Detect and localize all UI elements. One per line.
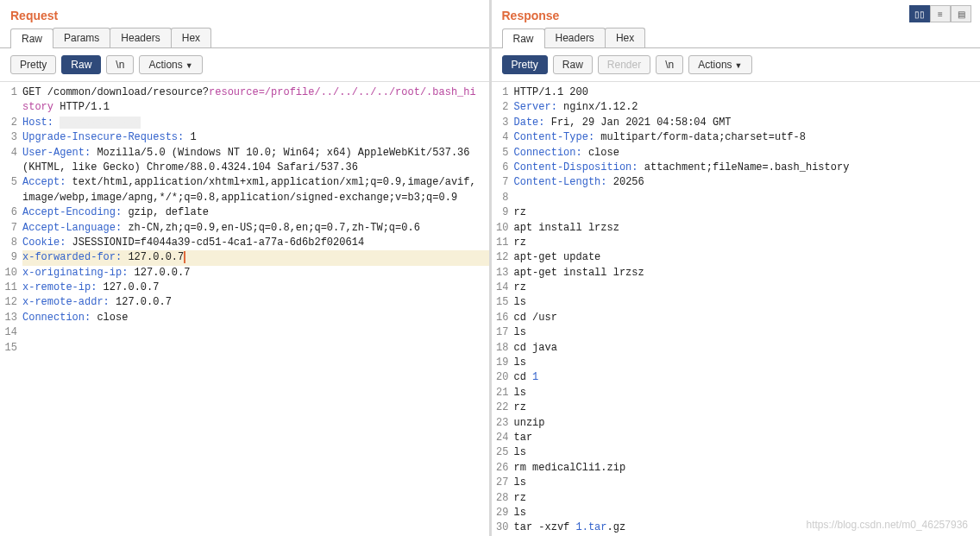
code-line[interactable]: 7Accept-Language: zh-CN,zh;q=0.9,en-US;q… bbox=[0, 221, 489, 236]
newline-button[interactable]: \n bbox=[656, 55, 683, 74]
code-line[interactable]: 5Connection: close bbox=[492, 146, 981, 161]
line-text[interactable]: apt-get update bbox=[514, 250, 981, 265]
code-line[interactable]: 26rm medicalCli1.zip bbox=[492, 461, 981, 476]
line-text[interactable]: GET /common/download/resource?resource=/… bbox=[22, 85, 489, 116]
code-line[interactable]: 9x-forwarded-for: 127.0.0.7 bbox=[0, 250, 489, 265]
line-text[interactable]: Cookie: JSESSIONID=f4044a39-cd51-4ca1-a7… bbox=[22, 236, 489, 250]
line-text[interactable]: ls bbox=[514, 476, 981, 490]
line-text[interactable]: ls bbox=[514, 506, 981, 520]
code-line[interactable]: 24tar bbox=[492, 431, 981, 445]
tab-headers[interactable]: Headers bbox=[110, 28, 171, 47]
code-line[interactable]: 16cd /usr bbox=[492, 311, 981, 325]
actions-button[interactable]: Actions▼ bbox=[139, 55, 202, 74]
code-line[interactable]: 22rz bbox=[492, 400, 981, 415]
code-line[interactable]: 10x-originating-ip: 127.0.0.7 bbox=[0, 266, 489, 281]
code-line[interactable]: 11x-remote-ip: 127.0.0.7 bbox=[0, 281, 489, 295]
line-text[interactable]: Content-Type: multipart/form-data;charse… bbox=[514, 130, 981, 145]
code-line[interactable]: 19ls bbox=[492, 356, 981, 370]
code-line[interactable]: 8Cookie: JSESSIONID=f4044a39-cd51-4ca1-a… bbox=[0, 236, 489, 250]
code-line[interactable]: 25ls bbox=[492, 445, 981, 460]
code-line[interactable]: 28rz bbox=[492, 491, 981, 506]
line-text[interactable]: Content-Length: 20256 bbox=[514, 175, 981, 190]
code-line[interactable]: 13apt-get install lrzsz bbox=[492, 266, 981, 281]
line-text[interactable]: cd /usr bbox=[514, 311, 981, 325]
pretty-button[interactable]: Pretty bbox=[502, 55, 548, 74]
code-line[interactable]: 10apt install lrzsz bbox=[492, 221, 981, 236]
raw-button[interactable]: Raw bbox=[553, 55, 593, 74]
line-text[interactable]: ls bbox=[514, 356, 981, 370]
tab-headers[interactable]: Headers bbox=[544, 28, 606, 47]
tab-hex[interactable]: Hex bbox=[171, 28, 211, 47]
line-text[interactable]: x-remote-addr: 127.0.0.7 bbox=[22, 295, 489, 310]
code-line[interactable]: 15ls bbox=[492, 295, 981, 310]
line-text[interactable] bbox=[514, 191, 981, 205]
line-text[interactable]: rz bbox=[514, 400, 981, 415]
code-line[interactable]: 12apt-get update bbox=[492, 250, 981, 265]
tab-raw[interactable]: Raw bbox=[502, 28, 545, 48]
tab-raw[interactable]: Raw bbox=[10, 28, 53, 48]
pretty-button[interactable]: Pretty bbox=[10, 55, 56, 74]
line-text[interactable]: ls bbox=[514, 295, 981, 310]
code-line[interactable]: 2Host: xxxxxxxxxxxxx bbox=[0, 116, 489, 130]
line-text[interactable]: apt-get install lrzsz bbox=[514, 266, 981, 281]
render-button[interactable]: Render bbox=[598, 55, 650, 74]
line-text[interactable]: Content-Disposition: attachment;fileName… bbox=[514, 161, 981, 175]
code-line[interactable]: 27ls bbox=[492, 476, 981, 490]
line-text[interactable]: ls bbox=[514, 386, 981, 400]
raw-button[interactable]: Raw bbox=[61, 55, 101, 74]
code-line[interactable]: 14 bbox=[0, 325, 489, 340]
code-line[interactable]: 15 bbox=[0, 341, 489, 356]
line-text[interactable]: rz bbox=[514, 236, 981, 250]
line-text[interactable]: unzip bbox=[514, 416, 981, 431]
code-line[interactable]: 20cd 1 bbox=[492, 370, 981, 385]
code-line[interactable]: 1HTTP/1.1 200 bbox=[492, 85, 981, 100]
code-line[interactable]: 12x-remote-addr: 127.0.0.7 bbox=[0, 295, 489, 310]
code-line[interactable]: 6Content-Disposition: attachment;fileNam… bbox=[492, 161, 981, 175]
code-line[interactable]: 3Date: Fri, 29 Jan 2021 04:58:04 GMT bbox=[492, 116, 981, 130]
line-text[interactable]: Host: xxxxxxxxxxxxx bbox=[22, 116, 489, 130]
line-text[interactable]: tar bbox=[514, 431, 981, 445]
code-line[interactable]: 6Accept-Encoding: gzip, deflate bbox=[0, 205, 489, 220]
line-text[interactable]: Accept-Encoding: gzip, deflate bbox=[22, 205, 489, 220]
line-text[interactable]: x-remote-ip: 127.0.0.7 bbox=[22, 281, 489, 295]
code-line[interactable]: 11rz bbox=[492, 236, 981, 250]
request-editor[interactable]: 1GET /common/download/resource?resource=… bbox=[0, 82, 489, 536]
tab-hex[interactable]: Hex bbox=[605, 28, 645, 47]
line-text[interactable]: cd java bbox=[514, 341, 981, 356]
code-line[interactable]: 23unzip bbox=[492, 416, 981, 431]
code-line[interactable]: 9rz bbox=[492, 205, 981, 220]
line-text[interactable]: rz bbox=[514, 281, 981, 295]
line-text[interactable]: rz bbox=[514, 491, 981, 506]
code-line[interactable]: 1GET /common/download/resource?resource=… bbox=[0, 85, 489, 116]
line-text[interactable]: Upgrade-Insecure-Requests: 1 bbox=[22, 130, 489, 145]
line-text[interactable]: Accept: text/html,application/xhtml+xml,… bbox=[22, 175, 489, 205]
line-text[interactable]: apt install lrzsz bbox=[514, 221, 981, 236]
code-line[interactable]: 3Upgrade-Insecure-Requests: 1 bbox=[0, 130, 489, 145]
line-text[interactable]: Connection: close bbox=[22, 311, 489, 325]
code-line[interactable]: 29ls bbox=[492, 506, 981, 520]
line-text[interactable]: Connection: close bbox=[514, 146, 981, 161]
line-text[interactable]: Accept-Language: zh-CN,zh;q=0.9,en-US;q=… bbox=[22, 221, 489, 236]
code-line[interactable]: 18cd java bbox=[492, 341, 981, 356]
line-text[interactable]: tar -xzvf 1.tar.gz bbox=[514, 520, 981, 535]
line-text[interactable]: Server: nginx/1.12.2 bbox=[514, 100, 981, 115]
code-line[interactable]: 21ls bbox=[492, 386, 981, 400]
line-text[interactable]: x-forwarded-for: 127.0.0.7 bbox=[22, 250, 489, 265]
line-text[interactable]: rz bbox=[514, 205, 981, 220]
response-editor[interactable]: 1HTTP/1.1 2002Server: nginx/1.12.23Date:… bbox=[492, 82, 981, 536]
line-text[interactable]: x-originating-ip: 127.0.0.7 bbox=[22, 266, 489, 281]
line-text[interactable]: User-Agent: Mozilla/5.0 (Windows NT 10.0… bbox=[22, 146, 489, 176]
code-line[interactable]: 30tar -xzvf 1.tar.gz bbox=[492, 520, 981, 535]
code-line[interactable]: 4User-Agent: Mozilla/5.0 (Windows NT 10.… bbox=[0, 146, 489, 176]
line-text[interactable]: cd 1 bbox=[514, 370, 981, 385]
code-line[interactable]: 2Server: nginx/1.12.2 bbox=[492, 100, 981, 115]
line-text[interactable] bbox=[22, 325, 489, 340]
code-line[interactable]: 5Accept: text/html,application/xhtml+xml… bbox=[0, 175, 489, 205]
line-text[interactable]: ls bbox=[514, 445, 981, 460]
line-text[interactable]: Date: Fri, 29 Jan 2021 04:58:04 GMT bbox=[514, 116, 981, 130]
actions-button[interactable]: Actions▼ bbox=[688, 55, 751, 74]
code-line[interactable]: 13Connection: close bbox=[0, 311, 489, 325]
line-text[interactable]: HTTP/1.1 200 bbox=[514, 85, 981, 100]
code-line[interactable]: 7Content-Length: 20256 bbox=[492, 175, 981, 190]
code-line[interactable]: 14rz bbox=[492, 281, 981, 295]
